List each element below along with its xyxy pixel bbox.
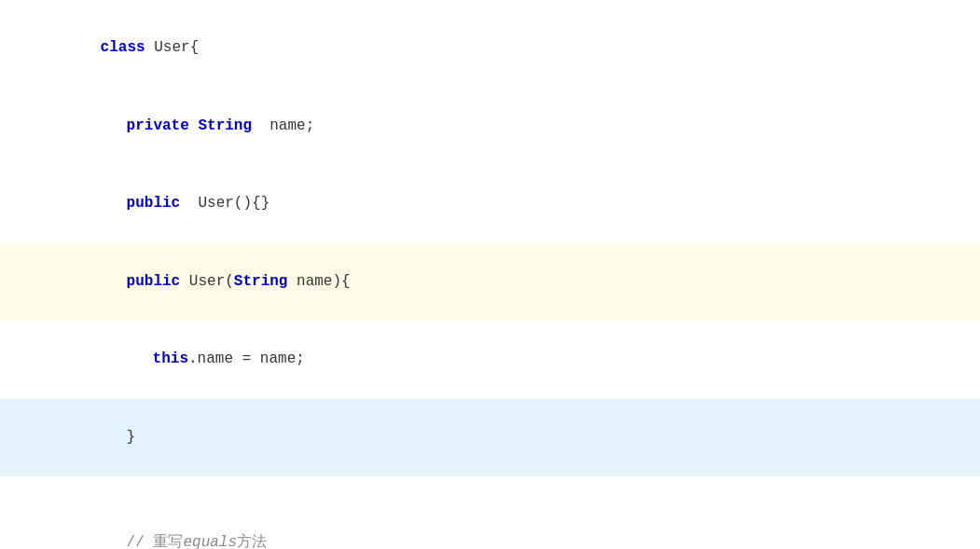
code-line-6: } <box>0 399 980 477</box>
line-content-2: private String name; <box>43 89 980 165</box>
line-content-4: public User(String name){ <box>43 244 980 321</box>
line-content-8: // 重写equals方法 <box>43 505 980 549</box>
code-line-1: class User{ <box>0 9 980 88</box>
line-content-5: this.name = name; <box>43 322 980 398</box>
keyword-class: class <box>101 39 145 56</box>
keyword-string-2: String <box>234 273 288 290</box>
keyword-this-1: this <box>153 350 188 367</box>
keyword-public-1: public <box>127 195 181 212</box>
keyword-string: String <box>198 117 252 134</box>
comment-1: // 重写equals方法 <box>127 534 267 549</box>
code-container: class User{ private String name; public … <box>0 0 980 549</box>
code-line-5: this.name = name; <box>0 321 980 399</box>
line-content-1: class User{ <box>43 10 980 87</box>
line-content-3: public User(){} <box>43 166 980 242</box>
line-content-7 <box>43 477 980 502</box>
line-content-6: } <box>43 400 980 476</box>
code-line-4: public User(String name){ <box>0 243 980 322</box>
code-line-8: // 重写equals方法 <box>0 504 980 549</box>
constructor-default: User(){} <box>189 195 269 212</box>
constructor-sig: User( <box>180 273 234 290</box>
closing-brace-1: } <box>127 429 136 446</box>
keyword-public-2: public <box>127 273 181 290</box>
keyword-private: private <box>127 117 189 134</box>
param-name: name){ <box>287 273 350 290</box>
assignment: .name = name; <box>188 350 305 367</box>
field-name: name; <box>261 117 315 134</box>
code-line-3: public User(){} <box>0 165 980 243</box>
code-line-2: private String name; <box>0 88 980 166</box>
class-name: User{ <box>154 39 199 56</box>
code-line-7 <box>0 476 980 503</box>
